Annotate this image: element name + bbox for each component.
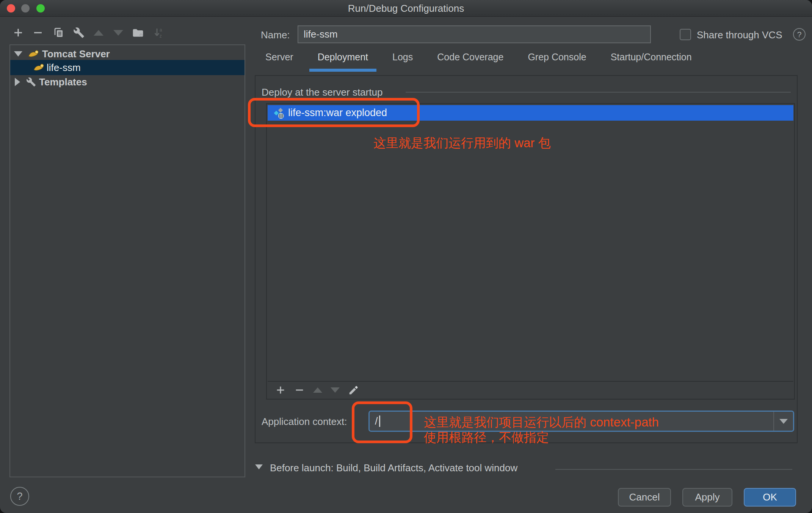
plus-icon[interactable] [275,385,286,395]
button-label: Apply [695,491,720,503]
tab-label: Server [265,52,293,62]
minus-icon[interactable] [294,385,305,395]
question-mark: ? [17,491,22,502]
application-context-label: Application context: [262,416,347,428]
share-through-vcs-checkbox[interactable] [680,29,691,40]
ok-button[interactable]: OK [744,488,796,507]
tree-item-label: Templates [39,76,87,88]
copy-icon [53,27,64,38]
apply-button[interactable]: Apply [682,488,732,507]
annotation-box-app-context [352,401,412,443]
tree-item-label: Tomcat Server [42,48,110,60]
button-label: OK [763,491,777,503]
svg-text:z: z [160,33,162,39]
tomcat-icon [33,63,44,72]
dropdown-arrow-icon [779,419,788,424]
tab-label: Startup/Connection [611,52,692,62]
cancel-button[interactable]: Cancel [618,488,671,507]
before-launch-collapse-arrow[interactable] [255,464,263,469]
annotation-box-war-artifact [248,98,420,127]
deploy-group-title: Deploy at the server startup [262,87,382,98]
tree-item-tomcat-server[interactable]: Tomcat Server [10,46,245,61]
tab-deployment[interactable]: Deployment [318,52,368,69]
configuration-tabs: Server Deployment Logs Code Coverage Gre… [265,52,692,69]
create-new-folder-button[interactable] [131,26,145,39]
tab-label: Logs [392,52,413,62]
before-launch-line [555,469,792,470]
tab-label: Grep Console [528,52,586,62]
annotation-context-note-line2: 使用根路径，不做指定 [424,429,549,446]
question-mark: ? [797,30,802,39]
remove-configuration-button[interactable] [31,26,45,39]
tree-item-templates[interactable]: Templates [10,74,245,90]
edit-defaults-button[interactable] [72,26,86,39]
sort-az-icon: a z [152,27,165,39]
wrench-icon [26,77,36,87]
plus-icon [13,27,24,38]
help-button[interactable]: ? [10,487,29,506]
tab-label: Code Coverage [437,52,503,62]
window-title: Run/Debug Configurations [0,0,812,17]
tab-label: Deployment [318,52,368,62]
tab-grep-console[interactable]: Grep Console [528,52,586,69]
button-label: Cancel [629,491,660,503]
triangle-up-icon[interactable] [313,387,322,393]
copy-configuration-button[interactable] [52,26,66,39]
chevron-right-icon[interactable] [15,78,20,86]
move-up-button[interactable] [92,26,105,39]
svg-text:a: a [160,27,162,33]
sort-configurations-button[interactable]: a z [152,26,165,39]
name-input[interactable] [298,25,651,43]
artifact-list-toolbar [268,381,793,398]
move-down-button[interactable] [111,26,125,39]
minus-icon [32,27,44,38]
add-configuration-button[interactable] [11,26,25,39]
annotation-war-note: 这里就是我们运行用到的 war 包 [373,135,551,152]
tab-logs[interactable]: Logs [392,52,413,69]
vcs-help-icon[interactable]: ? [793,28,806,41]
tree-item-life-ssm[interactable]: life-ssm [10,60,245,75]
edit-pencil-icon[interactable] [348,384,359,396]
run-debug-configurations-dialog: Run/Debug Configurations a [0,0,812,513]
tab-server[interactable]: Server [265,52,293,69]
share-through-vcs-label: Share through VCS [697,29,782,41]
annotation-context-note-line1: 这里就是我们项目运行以后的 context-path [424,414,659,431]
triangle-down-icon [113,30,123,36]
screen: Run/Debug Configurations a [0,0,812,513]
tomcat-icon [28,49,39,58]
group-title-line [406,92,791,93]
new-folder-icon [132,27,144,39]
configurations-tree-panel: Tomcat Server life-ssm Templates [9,44,245,477]
tab-code-coverage[interactable]: Code Coverage [437,52,503,69]
name-label: Name: [261,29,290,41]
before-launch-text: Before launch: Build, Build Artifacts, A… [270,462,517,474]
tab-startup-connection[interactable]: Startup/Connection [611,52,692,69]
triangle-up-icon [94,30,103,36]
active-tab-underline [309,69,376,72]
triangle-down-icon[interactable] [331,387,340,393]
wrench-icon [73,27,85,38]
title-bar: Run/Debug Configurations [0,0,812,17]
chevron-down-icon[interactable] [14,51,22,57]
combobox-dropdown-button[interactable] [773,412,793,431]
tree-item-label: life-ssm [47,62,81,74]
